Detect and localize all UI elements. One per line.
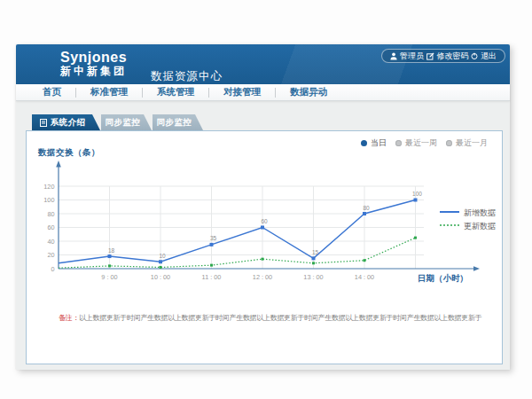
svg-text:60: 60: [47, 223, 54, 231]
change-password-button[interactable]: 修改密码: [426, 51, 469, 62]
page-title: 数据资源中心: [151, 69, 223, 84]
nav-item-5[interactable]: 数据异动: [276, 86, 341, 98]
svg-text:15: 15: [312, 249, 319, 255]
brand-wordmark: Synjones: [60, 50, 127, 65]
tab-label: 同步监控: [106, 117, 141, 129]
logout-button[interactable]: 退出: [471, 51, 497, 62]
svg-text:100: 100: [412, 191, 422, 197]
svg-text:14 : 00: 14 : 00: [355, 273, 374, 281]
chart-panel: 0204060801001209 : 0010 : 0011 : 0012 : …: [26, 130, 503, 364]
svg-text:0: 0: [51, 265, 54, 273]
tab-2[interactable]: 同步监控: [101, 114, 152, 130]
svg-text:20: 20: [47, 251, 54, 259]
brand-logo: Synjones 新中新集团: [60, 50, 127, 77]
svg-text:18: 18: [108, 247, 115, 254]
svg-text:更新数据: 更新数据: [464, 222, 496, 231]
content-area: 系统介绍同步监控同步监控 0204060801001209 : 0010 : 0…: [16, 101, 510, 370]
svg-text:新增数据: 新增数据: [464, 208, 496, 217]
svg-text:12 : 00: 12 : 00: [253, 273, 272, 281]
desktop-background: Synjones 新中新集团 数据资源中心 管理员 修改密码 退出 首页标准管: [0, 0, 532, 399]
svg-text:13 : 00: 13 : 00: [303, 273, 323, 281]
footnote: 备注：以上数据更新于时间产生数据以上数据更新于时间产生数据以上数据更新于时间产生…: [59, 313, 481, 323]
line-chart: 0204060801001209 : 0010 : 0011 : 0012 : …: [27, 131, 502, 364]
svg-text:100: 100: [43, 196, 54, 204]
period-option-3[interactable]: 最近一月: [446, 137, 488, 149]
svg-text:35: 35: [210, 235, 217, 241]
footnote-label: 备注：: [59, 314, 79, 322]
svg-text:9 : 00: 9 : 00: [101, 273, 117, 281]
period-option-label: 最近一周: [405, 137, 437, 149]
svg-text:80: 80: [47, 210, 54, 218]
x-axis-title: 日期（小时）: [418, 273, 468, 284]
svg-text:120: 120: [43, 183, 54, 191]
period-option-label: 最近一月: [456, 137, 488, 149]
logout-icon: [471, 52, 478, 60]
user-icon: [390, 52, 397, 60]
radio-dot: [446, 140, 452, 146]
user-toolbar: 管理员 修改密码 退出: [381, 49, 505, 63]
edit-icon: [426, 52, 434, 60]
footnote-text: 以上数据更新于时间产生数据以上数据更新于时间产生数据以上数据更新于时间产生数据以…: [79, 314, 481, 322]
svg-text:10 : 00: 10 : 00: [151, 273, 170, 281]
change-password-label: 修改密码: [437, 51, 469, 62]
document-icon: [40, 119, 47, 127]
app-header: Synjones 新中新集团 数据资源中心 管理员 修改密码 退出: [16, 44, 510, 84]
period-option-label: 当日: [371, 137, 387, 149]
y-axis-title: 数据交换（条）: [38, 147, 100, 159]
current-user-button[interactable]: 管理员: [390, 51, 424, 62]
main-nav: 首页标准管理系统管理对接管理数据异动: [16, 84, 510, 101]
svg-text:10: 10: [159, 253, 166, 259]
svg-text:40: 40: [47, 238, 54, 246]
tab-bar: 系统介绍同步监控同步监控: [32, 114, 204, 130]
axis-tick-labels: 0204060801001209 : 0010 : 0011 : 0012 : …: [43, 183, 374, 281]
tab-1[interactable]: 系统介绍: [32, 114, 100, 130]
svg-text:80: 80: [363, 205, 370, 211]
nav-item-2[interactable]: 标准管理: [76, 86, 142, 98]
current-user-label: 管理员: [400, 51, 424, 62]
tab-label: 系统介绍: [51, 117, 86, 129]
radio-dot: [361, 140, 367, 146]
period-selector: 当日最近一周最近一月: [361, 137, 488, 149]
tab-3[interactable]: 同步监控: [153, 114, 203, 130]
tab-label: 同步监控: [157, 117, 192, 129]
nav-item-1[interactable]: 首页: [28, 86, 75, 98]
period-option-2[interactable]: 最近一周: [395, 137, 437, 149]
brand-chinese-name: 新中新集团: [60, 65, 127, 77]
nav-item-3[interactable]: 系统管理: [143, 86, 208, 98]
nav-item-4[interactable]: 对接管理: [209, 86, 275, 98]
period-option-1[interactable]: 当日: [361, 137, 387, 149]
logout-label: 退出: [481, 51, 497, 62]
radio-dot: [395, 140, 402, 146]
chart-legend: 新增数据更新数据: [440, 208, 496, 231]
svg-text:60: 60: [261, 218, 268, 224]
svg-text:11 : 00: 11 : 00: [202, 273, 222, 281]
app-window: Synjones 新中新集团 数据资源中心 管理员 修改密码 退出 首页标准管: [16, 44, 510, 370]
